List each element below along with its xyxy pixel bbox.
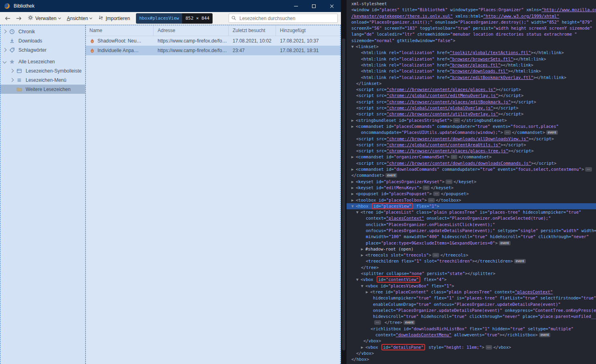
markup-line[interactable]: <treechildren flex="1" slot="treechildre… xyxy=(347,258,596,264)
chevron-right-icon[interactable] xyxy=(10,69,14,73)
markup-line[interactable]: ▶<toolbox id="placesToolbox">···</toolbo… xyxy=(347,197,596,203)
attribute-link[interactable]: "downloadsContextMenu" xyxy=(396,332,452,337)
markup-line[interactable]: <script src="chrome://browser/content/ut… xyxy=(347,111,596,117)
expand-arrow-icon[interactable]: ▶ xyxy=(351,123,356,129)
markup-line[interactable]: ▶<stringbundleset id="placesStringSet">·… xyxy=(347,117,596,123)
collapsed-badge[interactable]: ··· xyxy=(451,155,458,159)
attribute-link[interactable]: "browser/places.ftl" xyxy=(450,63,500,67)
markup-line[interactable]: ▼<tree id="placesList" class="plain plac… xyxy=(347,209,596,215)
collapsed-badge[interactable]: ··· xyxy=(504,130,511,135)
attribute-link[interactable]: "toolkit/global/textActions.ftl" xyxy=(450,50,531,55)
markup-line[interactable]: </linkset> xyxy=(347,81,596,87)
markup-line[interactable]: <richlistbox id="downloadsRichListBox" f… xyxy=(347,326,596,332)
markup-line[interactable]: <splitter collapse="none" persist="state… xyxy=(347,271,596,277)
attribute-link[interactable]: "http://www.mozilla.org xyxy=(541,7,596,12)
markup-line[interactable]: <script src="chrome://browser/content/pl… xyxy=(347,148,596,154)
expand-arrow-icon[interactable]: ▶ xyxy=(351,166,356,172)
markup-line[interactable]: ▼<vbox id="contentView" flex="4"> xyxy=(347,277,596,283)
markup-line[interactable]: sizemode="normal" gtktiledwindow="false"… xyxy=(347,38,596,44)
collapsed-badge[interactable]: ··· xyxy=(585,167,592,172)
attribute-link[interactable]: "chrome://global/content/contentAreaUtil… xyxy=(387,142,501,147)
markup-line[interactable]: oncommandupdate="PlacesUIUtils.updateCom… xyxy=(347,129,596,135)
collapsed-badge[interactable]: ··· xyxy=(432,253,439,257)
devtools-scrollbar[interactable] xyxy=(341,0,347,364)
markup-line[interactable]: ▼<hbox id="placesView" flex="1"> xyxy=(347,203,596,209)
event-badge[interactable]: event xyxy=(385,173,397,178)
attribute-link[interactable]: "chrome://browser/content/downloads/allD… xyxy=(387,136,529,141)
column-header-1[interactable]: Name xyxy=(85,25,154,36)
markup-line[interactable]: onselect="PlacesOrganizer.updateDetailsP… xyxy=(347,307,596,313)
event-badge[interactable]: event xyxy=(514,259,526,263)
expand-arrow-icon[interactable]: ▶ xyxy=(351,154,356,160)
markup-line[interactable]: <script src="chrome://global/content/edi… xyxy=(347,93,596,99)
attribute-link[interactable]: "chrome://browser/content/places/places-… xyxy=(387,148,508,153)
markup-line[interactable]: <script src="chrome://browser/content/do… xyxy=(347,160,596,166)
chevron-right-icon[interactable] xyxy=(10,78,14,82)
table-row[interactable]: Individuelle Anpa…https://www.camp-firef… xyxy=(85,46,341,55)
close-button[interactable] xyxy=(323,0,341,12)
scrollbar-thumb[interactable] xyxy=(342,38,345,350)
attribute-link[interactable]: "chrome://browser/content/places/places.… xyxy=(387,87,496,92)
markup-line[interactable]: <script src="chrome://browser/content/pl… xyxy=(347,99,596,105)
chevron-right-icon[interactable] xyxy=(3,30,7,34)
expand-arrow-icon[interactable]: ▶ xyxy=(361,246,365,252)
collapsed-badge[interactable]: ··· xyxy=(446,180,452,184)
sidebar-item-weitere-lesezeichen[interactable]: Weitere Lesezeichen xyxy=(0,85,85,94)
collapsed-badge[interactable]: ··· xyxy=(453,118,460,123)
maximize-button[interactable] xyxy=(305,0,323,12)
markup-line[interactable]: screenX="56" screenY="183" toggletoolbar… xyxy=(347,25,596,31)
markup-line[interactable]: context="placesContext" onselect="Places… xyxy=(347,215,596,221)
expand-arrow-icon[interactable]: ▶ xyxy=(361,344,365,350)
sidebar-item-alle-lesezeichen[interactable]: Alle Lesezeichen xyxy=(0,57,85,66)
markup-line[interactable]: ▶<commandset id="organizerCommandSet">··… xyxy=(347,154,596,160)
markup-line[interactable]: <html:link rel="localization" href="brow… xyxy=(347,62,596,68)
markup-line[interactable]: ▶<keyset id="editMenuKeys">···</keyset> xyxy=(347,185,596,191)
markup-line[interactable]: ▶<tree id="placeContent" class="plain pl… xyxy=(347,289,596,295)
markup-line[interactable]: </hbox> xyxy=(347,356,596,362)
attribute-link[interactable]: "chrome://global/content/globalOverlay.j… xyxy=(387,105,493,110)
markup-line[interactable]: place="place:type=9&excludeItems=1&expan… xyxy=(347,240,596,246)
markup-line[interactable]: minwidth="100" maxwidth="400" hidevscrol… xyxy=(347,234,596,240)
collapsed-badge[interactable]: ··· xyxy=(433,192,440,196)
markup-line[interactable]: <script src="chrome://browser/content/pl… xyxy=(347,87,596,93)
markup-line[interactable]: /keymaster/gatekeeper/there.is.only.xul"… xyxy=(347,13,596,19)
expand-arrow-icon[interactable]: ▼ xyxy=(361,283,365,289)
markup-line[interactable]: ▶#shadow-root (open) xyxy=(347,246,596,252)
column-header-2[interactable]: Adresse xyxy=(154,25,229,36)
markup-line[interactable]: </tree> xyxy=(347,265,596,271)
markup-line[interactable]: ▶<treecols slot="treecols">···</treecols… xyxy=(347,252,596,258)
markup-line[interactable]: <html:link rel="localization" href="brow… xyxy=(347,75,596,81)
markup-line[interactable]: onfocus="PlacesOrganizer.updateDetailsPa… xyxy=(347,228,596,234)
attribute-link[interactable]: "browser/downloads.ftl" xyxy=(450,69,508,73)
expand-arrow-icon[interactable]: ▼ xyxy=(356,277,361,283)
column-header-3[interactable]: Zuletzt besucht xyxy=(229,25,276,36)
import-button[interactable]: Importieren xyxy=(95,14,133,23)
markup-line[interactable]: ▼<linkset> xyxy=(347,44,596,50)
search-input[interactable] xyxy=(239,15,335,22)
markup-line[interactable]: </vbox> xyxy=(347,338,596,344)
views-button[interactable]: Ansichten xyxy=(64,14,95,23)
markup-line[interactable]: hidecolumnpicker="true" flex="1" is="pla… xyxy=(347,295,596,301)
collapsed-badge[interactable]: ··· xyxy=(486,345,493,350)
chevron-right-icon[interactable] xyxy=(3,48,7,52)
markup-line[interactable]: ▼<vbox id="placesViewsBox" flex="1"> xyxy=(347,283,596,289)
manage-button[interactable]: Verwalten xyxy=(25,14,63,23)
markup-line[interactable]: enableColumnDrag="true" onfocus="PlacesO… xyxy=(347,301,596,307)
sidebar-item-schlagwoerter[interactable]: Schlagwörter xyxy=(0,45,85,55)
markup-line[interactable]: <script src="chrome://browser/content/do… xyxy=(347,136,596,142)
minimize-button[interactable] xyxy=(287,0,305,12)
expand-arrow-icon[interactable]: ▼ xyxy=(356,209,361,215)
markup-line[interactable]: <html:link rel="localization" href="brow… xyxy=(347,68,596,74)
expand-arrow-icon[interactable]: ▶ xyxy=(351,191,356,197)
sidebar-item-downloads[interactable]: Downloads xyxy=(0,36,85,45)
collapsed-badge[interactable]: ··· xyxy=(428,198,435,202)
attribute-link[interactable]: "chrome://browser/content/places/editBoo… xyxy=(387,99,511,104)
attribute-link[interactable]: "browser/editBookmarkOverlay.ftl" xyxy=(450,75,533,80)
sidebar-item-lesezeichen-menue[interactable]: Lesezeichen-Menü xyxy=(0,75,85,85)
markup-line[interactable]: <script src="chrome://global/content/con… xyxy=(347,142,596,148)
markup-line[interactable]: lang="de" localedir="ltr" chromehidden="… xyxy=(347,31,596,37)
event-badge[interactable]: event xyxy=(539,333,551,337)
expand-arrow-icon[interactable]: ▶ xyxy=(351,185,356,191)
attribute-link[interactable]: "http://www.w3.org/1999/xhtml" xyxy=(483,14,560,18)
markup-line[interactable]: ▶<vbox id="detailsPane" style="height: 1… xyxy=(347,344,596,350)
